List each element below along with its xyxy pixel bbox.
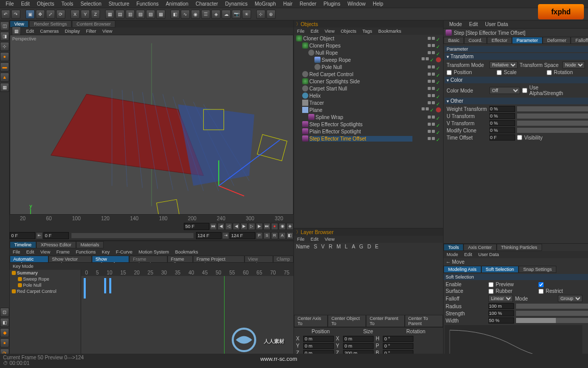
nurbs-icon[interactable]: ◉ — [191, 10, 200, 19]
p-pla-icon[interactable]: ◧ — [286, 232, 293, 239]
attrib-tab-deformer[interactable]: Deformer — [543, 37, 571, 44]
menu-mograph[interactable]: MoGraph — [251, 1, 280, 7]
y-lock[interactable]: Y — [81, 10, 90, 19]
menu-edit[interactable]: Edit — [308, 237, 322, 242]
menu-render[interactable]: Render — [296, 1, 320, 7]
menu-edit[interactable]: Edit — [17, 1, 33, 7]
view-tab-content-browser[interactable]: Content Browser — [72, 20, 115, 28]
menu-objects[interactable]: Objects — [337, 29, 359, 34]
render-queue-icon[interactable]: ▨ — [146, 10, 155, 19]
scale-tool[interactable]: ⤢ — [46, 10, 55, 19]
range-current[interactable] — [196, 232, 222, 239]
filter-automatic-mode[interactable]: Automatic Mode — [10, 256, 48, 263]
menu-mode[interactable]: Mode — [446, 21, 465, 27]
menu-window[interactable]: Window — [344, 1, 370, 7]
range-lock2-icon[interactable]: ⇥ — [222, 232, 229, 239]
axis-mode-icon[interactable]: ⊹ — [0, 42, 9, 51]
object-mode-icon[interactable]: ◨ — [0, 32, 9, 41]
undo-icon[interactable]: ↶ — [1, 10, 10, 19]
tools-tab-tools[interactable]: Tools — [444, 244, 463, 251]
menu-view[interactable]: View — [322, 237, 337, 242]
clone-input[interactable] — [489, 127, 515, 133]
filter-frame-project-settings[interactable]: Frame Project Settings — [193, 256, 244, 263]
menu-bookmarks[interactable]: Bookmarks — [375, 29, 404, 34]
u-slider[interactable] — [517, 113, 588, 119]
bottom-tab-xpresso-editor[interactable]: XPresso Editor — [36, 241, 76, 248]
enable-check[interactable] — [488, 282, 494, 287]
menu-edit[interactable]: Edit — [465, 21, 481, 27]
p-pos-icon[interactable]: P — [256, 232, 263, 239]
menu-file[interactable]: File — [294, 237, 308, 242]
menu-edit[interactable]: Edit — [23, 29, 37, 34]
fcurve-item-summary[interactable]: Summary — [10, 270, 81, 276]
menu-hair[interactable]: Hair — [280, 1, 296, 7]
menu-dynamics[interactable]: Dynamics — [222, 1, 251, 7]
tools-subtab-soft-selection[interactable]: Soft Selection — [481, 266, 519, 273]
camera-icon[interactable]: 📷 — [232, 10, 241, 19]
goto-end-icon[interactable]: ⏭ — [263, 223, 271, 230]
fcurve-item-red-carpet-control[interactable]: Red Carpet Control — [10, 288, 81, 294]
play-back-icon[interactable]: ◀ — [233, 223, 240, 230]
environment-icon[interactable]: ☁ — [222, 10, 231, 19]
tools-tab-thinking-particles[interactable]: Thinking Particles — [497, 244, 542, 251]
next-frame-icon[interactable]: ▷ — [248, 223, 255, 230]
scale-check[interactable] — [497, 70, 502, 75]
menu-user-data[interactable]: User Data — [481, 21, 511, 27]
obj-axis-icon[interactable]: ⊹ — [256, 10, 265, 19]
render-active-icon[interactable]: ▩ — [156, 10, 165, 19]
falloff-select[interactable]: Linear — [488, 295, 513, 302]
obj-sweep-rope[interactable]: Sweep Rope✓ — [294, 56, 443, 63]
fcurve-item-pole-null[interactable]: Pole Null — [10, 282, 81, 288]
weight-input[interactable] — [489, 106, 515, 112]
key-marker[interactable] — [84, 278, 86, 298]
strength-input[interactable] — [488, 310, 514, 316]
center-btn[interactable]: Center To Parent — [405, 315, 443, 327]
attrib-tab-basic[interactable]: Basic — [444, 37, 464, 44]
obj-plane[interactable]: Plane✓ — [294, 106, 443, 113]
time-offset-input[interactable] — [489, 134, 515, 141]
next-key-icon[interactable]: ▶ — [256, 223, 263, 230]
menu-mode[interactable]: Mode — [444, 252, 461, 257]
attrib-tab-falloff[interactable]: Falloff — [571, 37, 588, 44]
filter-frame-all[interactable]: Frame All — [167, 256, 193, 263]
z-lock[interactable]: Z — [91, 10, 100, 19]
attrib-tab-coord[interactable]: Coord. — [464, 37, 487, 44]
obj-cloner-ropes[interactable]: Cloner Ropes✓ — [294, 42, 443, 49]
key-marker[interactable] — [109, 278, 111, 293]
model-mode-icon[interactable]: ◫ — [0, 21, 9, 31]
view-tab-render-settings[interactable]: Render Settings — [29, 20, 71, 28]
filter-clamp[interactable]: Clamp — [273, 256, 293, 263]
width-input[interactable] — [488, 317, 514, 324]
range-end[interactable] — [230, 232, 255, 239]
point-mode-icon[interactable]: ● — [0, 52, 9, 61]
attrib-tab-parameter[interactable]: Parameter — [512, 37, 543, 44]
menu-view[interactable]: View — [322, 29, 337, 34]
obj-tracer[interactable]: Tracer✓ — [294, 99, 443, 106]
obj-carpet-start-null[interactable]: Carpet Start Null✓ — [294, 85, 443, 92]
tools-subtab-snap-settings[interactable]: Snap Settings — [519, 266, 556, 273]
obj-pole-null[interactable]: Pole Null✓ — [294, 63, 443, 71]
spline-icon[interactable]: ∿ — [181, 10, 190, 19]
menu-objects[interactable]: Objects — [33, 1, 58, 7]
obj-red-carpet-control[interactable]: Red Carpet Control✓ — [294, 71, 443, 78]
menu-view[interactable]: View — [37, 249, 53, 255]
obj-null-rope[interactable]: Null Rope✓ — [294, 49, 443, 56]
obj-cloner-object[interactable]: Cloner Object✓ — [294, 35, 443, 42]
strength-slider[interactable] — [516, 311, 588, 316]
menu-functions[interactable]: Functions — [133, 1, 162, 7]
other-section[interactable]: ▾ Other — [445, 98, 588, 104]
radius-slider[interactable] — [516, 304, 588, 309]
menu-user-data[interactable]: User Data — [475, 252, 502, 257]
record-icon[interactable]: ● — [271, 223, 278, 230]
v-slider[interactable] — [517, 121, 588, 126]
move-tool[interactable]: ✥ — [36, 10, 45, 19]
weight-slider[interactable] — [517, 106, 588, 111]
transform-mode-select[interactable]: Relative — [489, 61, 518, 68]
center-btn[interactable]: Center Object To — [328, 315, 366, 327]
obj-plain-effector-spotlight[interactable]: Plain Effector Spotlight✓ — [294, 128, 443, 135]
menu-motion-system[interactable]: Motion System — [135, 249, 172, 255]
center-btn[interactable]: Center Axis To — [294, 315, 328, 327]
menu-functions[interactable]: Functions — [72, 249, 99, 255]
obj-helix[interactable]: Helix✓ — [294, 92, 443, 99]
render-view-icon[interactable]: ▦ — [105, 10, 114, 19]
